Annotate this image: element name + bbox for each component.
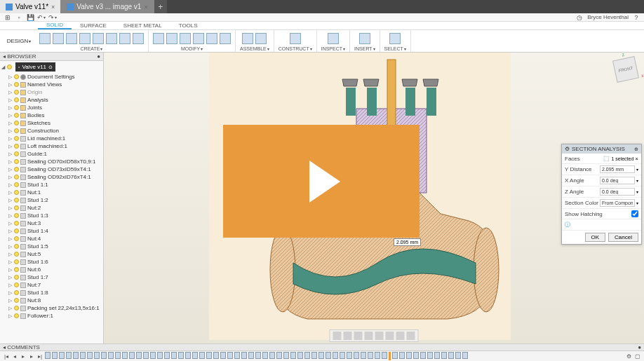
timeline-feature[interactable] <box>150 352 156 359</box>
visibility-bulb-icon[interactable] <box>14 182 19 187</box>
fit-icon[interactable] <box>365 332 373 340</box>
display-icon[interactable] <box>386 332 394 340</box>
visibility-bulb-icon[interactable] <box>14 229 19 233</box>
timeline-next-button[interactable]: ▸ <box>28 353 35 360</box>
ribbon-tool-icon[interactable] <box>166 33 177 44</box>
panel-header[interactable]: ⚙ SECTION ANALYSIS ⊕ <box>562 144 641 154</box>
video-play-overlay[interactable] <box>223 125 420 238</box>
comments-settings-icon[interactable]: ● <box>638 344 641 350</box>
timeline-feature[interactable] <box>171 352 177 359</box>
design-dropdown[interactable]: DESIGN <box>3 30 35 52</box>
timeline-feature[interactable] <box>382 352 387 359</box>
visibility-bulb-icon[interactable] <box>14 175 19 179</box>
timeline-feature[interactable] <box>122 352 128 359</box>
ribbon-tool-icon[interactable] <box>79 33 90 44</box>
timeline-marker[interactable] <box>389 352 391 360</box>
timeline-feature[interactable] <box>178 352 184 359</box>
browser-header[interactable]: ◂ BROWSER ● <box>0 53 103 61</box>
zoom-icon[interactable] <box>354 332 363 340</box>
timeline-feature[interactable] <box>136 352 142 359</box>
timeline-feature[interactable] <box>406 352 412 359</box>
timeline-feature[interactable] <box>455 352 461 359</box>
save-icon[interactable]: 💾 <box>27 14 34 21</box>
timeline-feature[interactable] <box>52 352 58 359</box>
tree-item[interactable]: ▷Sealing OD92xID76xT4:1 <box>0 173 103 181</box>
document-tab[interactable]: Valve v3 ... image v1 × <box>61 0 154 13</box>
tree-item[interactable]: ▷Follower:1 <box>0 312 103 320</box>
ribbon-tool-icon[interactable] <box>359 33 370 44</box>
timeline-feature[interactable] <box>185 352 191 359</box>
timeline-feature[interactable] <box>87 352 93 359</box>
ribbon-tool-icon[interactable] <box>242 33 253 44</box>
tree-item[interactable]: ▷Joints <box>0 104 103 111</box>
timeline-feature[interactable] <box>262 352 268 359</box>
timeline-feature[interactable] <box>206 352 212 359</box>
timeline-feature[interactable] <box>368 352 373 359</box>
visibility-bulb-icon[interactable] <box>14 306 19 311</box>
tree-item[interactable]: ▷Bodies <box>0 111 103 119</box>
ribbon-group-label[interactable]: MODIFY <box>181 46 203 52</box>
info-icon[interactable]: ⓘ <box>565 221 570 229</box>
timeline-feature[interactable] <box>234 352 240 359</box>
clock-icon[interactable]: ◷ <box>576 14 583 21</box>
timeline-feature[interactable] <box>227 352 233 359</box>
ribbon-tool-icon[interactable] <box>119 33 130 44</box>
timeline-feature[interactable] <box>441 352 447 359</box>
timeline-settings-icon[interactable]: ⚙ <box>625 353 632 360</box>
timeline-feature[interactable] <box>241 352 247 359</box>
timeline-expand-icon[interactable]: ▢ <box>634 353 641 360</box>
timeline-feature[interactable] <box>59 352 65 359</box>
timeline-feature[interactable] <box>340 352 345 359</box>
visibility-bulb-icon[interactable] <box>14 128 19 133</box>
visibility-bulb-icon[interactable] <box>14 221 19 226</box>
tree-item[interactable]: ▷Sketches <box>0 119 103 127</box>
help-icon[interactable]: ? <box>633 14 640 21</box>
ribbon-tool-icon[interactable] <box>220 33 231 44</box>
tree-item[interactable]: ▷Lid machined:1 <box>0 135 103 142</box>
ribbon-group-label[interactable]: INSPECT <box>321 46 345 52</box>
tree-item[interactable]: ▷Stud 1:8 <box>0 289 103 297</box>
ribbon-group-label[interactable]: CONSTRUCT <box>279 46 312 52</box>
tree-item[interactable]: ▷Packing set 22,24x13,5x16:1 <box>0 304 103 312</box>
visibility-bulb-icon[interactable] <box>14 121 19 125</box>
visibility-bulb-icon[interactable] <box>14 74 19 79</box>
ribbon-group-label[interactable]: INSERT <box>354 46 375 52</box>
visibility-bulb-icon[interactable] <box>14 236 19 241</box>
mode-tab-sheetmetal[interactable]: SHEET METAL <box>115 22 170 29</box>
tree-item[interactable]: ▷Nut:5 <box>0 250 103 258</box>
timeline-feature[interactable] <box>399 352 405 359</box>
visibility-bulb-icon[interactable] <box>14 298 19 303</box>
tree-item[interactable]: ▷Analysis <box>0 96 103 104</box>
ribbon-tool-icon[interactable] <box>53 33 64 44</box>
timeline-feature[interactable] <box>213 352 219 359</box>
visibility-bulb-icon[interactable] <box>14 244 19 249</box>
timeline-feature[interactable] <box>347 352 352 359</box>
grid-icon[interactable] <box>396 332 405 340</box>
ribbon-tool-icon[interactable] <box>255 33 267 44</box>
timeline-feature[interactable] <box>220 352 226 359</box>
visibility-bulb-icon[interactable] <box>14 144 19 149</box>
timeline-feature[interactable] <box>326 352 331 359</box>
timeline-feature[interactable] <box>283 352 289 359</box>
timeline-feature[interactable] <box>269 352 275 359</box>
timeline-feature[interactable] <box>318 352 324 359</box>
visibility-bulb-icon[interactable] <box>14 252 19 257</box>
visibility-bulb-icon[interactable] <box>14 159 19 164</box>
timeline-feature[interactable] <box>192 352 198 359</box>
tree-item[interactable]: ▷Nut:4 <box>0 235 103 243</box>
select-icon[interactable]: ⬚ <box>603 155 610 162</box>
orbit-icon[interactable] <box>333 332 342 340</box>
tree-item[interactable]: ▷Sealing OD73xID59xT4:1 <box>0 165 103 173</box>
visibility-bulb-icon[interactable] <box>14 82 19 87</box>
browser-tree[interactable]: ◢ ▫ Valve v11 ⊙ ▷Document Settings▷Named… <box>0 61 103 343</box>
tree-item[interactable]: ▷Nut:7 <box>0 281 103 289</box>
hatching-checkbox[interactable] <box>631 210 638 217</box>
tree-item[interactable]: ▷Stud 1:6 <box>0 258 103 266</box>
pan-icon[interactable] <box>344 332 352 340</box>
new-tab-button[interactable]: + <box>154 0 167 13</box>
visibility-bulb-icon[interactable] <box>14 313 19 318</box>
user-name[interactable]: Bryce Heventhal <box>587 14 629 20</box>
cancel-button[interactable]: Cancel <box>608 233 638 242</box>
visibility-bulb-icon[interactable] <box>14 113 19 118</box>
timeline-feature[interactable] <box>94 352 100 359</box>
